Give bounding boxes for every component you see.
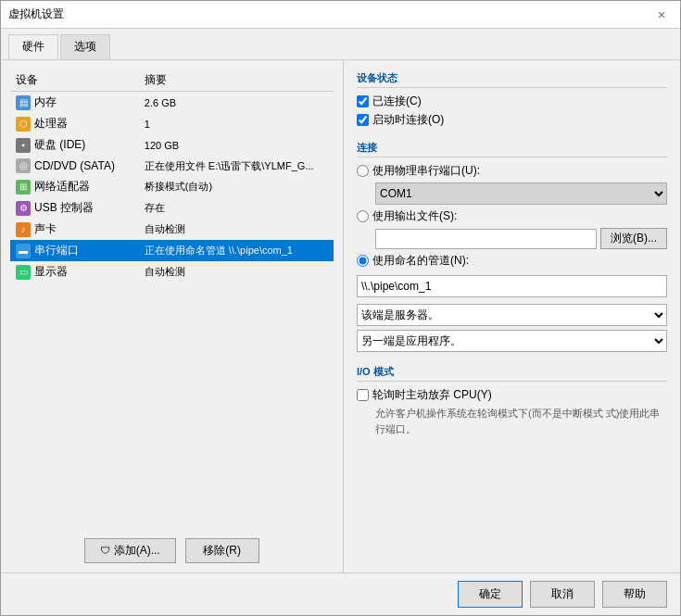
- output-file-radio-row: 使用输出文件(S):: [357, 208, 667, 224]
- device-summary-cell: 桥接模式(自动): [139, 176, 334, 197]
- device-name-cell: ▪硬盘 (IDE): [10, 134, 139, 156]
- title-bar-left: 虚拟机设置: [8, 6, 64, 22]
- io-section: I/O 模式 轮询时主动放弃 CPU(Y) 允许客户机操作系统在轮询模式下(而不…: [357, 365, 667, 436]
- output-file-label: 使用输出文件(S):: [372, 208, 457, 224]
- tab-options[interactable]: 选项: [60, 34, 110, 59]
- device-name: 网络适配器: [34, 180, 90, 193]
- title-bar: 虚拟机设置 ×: [1, 1, 680, 29]
- icon-cd: ◎: [16, 158, 31, 173]
- connection-title: 连接: [357, 141, 667, 157]
- device-summary-cell: 1: [139, 113, 334, 134]
- device-row[interactable]: ▪硬盘 (IDE)120 GB: [10, 134, 334, 156]
- output-file-row: 浏览(B)...: [357, 228, 667, 249]
- device-row[interactable]: ▤内存2.6 GB: [10, 92, 334, 114]
- icon-cpu: ⬡: [16, 117, 31, 132]
- named-pipe-input[interactable]: \\.\pipe\com_1: [357, 275, 667, 297]
- icon-mem: ▤: [16, 95, 31, 110]
- close-button[interactable]: ×: [650, 6, 673, 24]
- right-panel: 设备状态 已连接(C) 启动时连接(O) 连接 使用物理串行端口(U):: [344, 60, 680, 572]
- device-summary-cell: 120 GB: [139, 134, 334, 156]
- device-summary-cell: 自动检测: [139, 261, 334, 283]
- physical-port-radio-row: 使用物理串行端口(U):: [357, 163, 667, 179]
- device-name-cell: ▤内存: [10, 92, 139, 114]
- connected-label: 已连接(C): [372, 94, 422, 109]
- device-summary-cell: 自动检测: [139, 219, 334, 240]
- named-pipe-label: 使用命名的管道(N):: [372, 253, 469, 269]
- physical-port-select[interactable]: COM1: [375, 182, 667, 205]
- icon-sound: ♪: [16, 222, 31, 237]
- server-dropdown[interactable]: 该端是服务器。: [357, 304, 667, 326]
- device-name: 显示器: [34, 265, 68, 278]
- other-end-dropdown-row: 另一端是应用程序。: [357, 330, 667, 352]
- named-pipe-radio-row: 使用命名的管道(N):: [357, 253, 667, 269]
- device-summary-cell: 2.6 GB: [139, 92, 334, 114]
- device-table: 设备 摘要 ▤内存2.6 GB⬡处理器1▪硬盘 (IDE)120 GB◎CD/D…: [10, 69, 334, 529]
- device-row[interactable]: ♪声卡自动检测: [10, 219, 334, 240]
- device-row[interactable]: ▬串行端口正在使用命名管道 \\.\pipe\com_1: [10, 240, 334, 261]
- browse-button[interactable]: 浏览(B)...: [600, 228, 667, 249]
- device-name: CD/DVD (SATA): [34, 159, 115, 172]
- device-status-title: 设备状态: [357, 71, 667, 88]
- autoconnect-label: 启动时连接(O): [372, 112, 444, 128]
- device-name: USB 控制器: [34, 201, 94, 214]
- tabs-bar: 硬件 选项: [1, 29, 680, 60]
- device-name: 串行端口: [34, 244, 79, 257]
- device-name-cell: ♪声卡: [10, 219, 139, 240]
- io-poll-label: 轮询时主动放弃 CPU(Y): [372, 387, 492, 403]
- other-end-dropdown[interactable]: 另一端是应用程序。: [357, 330, 667, 352]
- help-button[interactable]: 帮助: [602, 581, 667, 608]
- device-name: 声卡: [34, 222, 57, 235]
- left-buttons: 🛡 添加(A)... 移除(R): [10, 529, 334, 563]
- device-status-section: 设备状态 已连接(C) 启动时连接(O): [357, 71, 667, 128]
- server-dropdown-row: 该端是服务器。: [357, 304, 667, 326]
- connection-section: 连接 使用物理串行端口(U): COM1 使用输出文件(S):: [357, 141, 667, 352]
- bottom-bar: 确定 取消 帮助: [1, 572, 680, 615]
- named-pipe-radio[interactable]: [357, 255, 369, 267]
- window-title: 虚拟机设置: [8, 6, 64, 22]
- io-title: I/O 模式: [357, 365, 667, 382]
- virtual-machine-settings-window: 虚拟机设置 × 硬件 选项 设备 摘要 ▤内存2.6 GB⬡处理器1▪硬盘 (I: [0, 0, 681, 616]
- output-file-radio[interactable]: [357, 210, 369, 222]
- connected-row: 已连接(C): [357, 94, 667, 109]
- device-summary-cell: 正在使用文件 E:\迅雷下载\YLMF_G...: [139, 156, 334, 176]
- icon-serial: ▬: [16, 244, 31, 258]
- device-name-cell: ▬串行端口: [10, 240, 139, 261]
- device-row[interactable]: ⚙USB 控制器存在: [10, 197, 334, 219]
- io-description: 允许客户机操作系统在轮询模式下(而不是中断模式 式)使用此串行端口。: [375, 406, 667, 436]
- io-poll-checkbox[interactable]: [357, 389, 369, 401]
- col-summary: 摘要: [139, 69, 334, 92]
- device-row[interactable]: ▭显示器自动检测: [10, 261, 334, 283]
- tab-hardware[interactable]: 硬件: [8, 34, 58, 59]
- device-summary-cell: 正在使用命名管道 \\.\pipe\com_1: [139, 240, 334, 261]
- device-name-cell: ⊞网络适配器: [10, 176, 139, 197]
- device-summary-cell: 存在: [139, 197, 334, 219]
- device-row[interactable]: ◎CD/DVD (SATA)正在使用文件 E:\迅雷下载\YLMF_G...: [10, 156, 334, 176]
- icon-usb: ⚙: [16, 201, 31, 216]
- add-button[interactable]: 🛡 添加(A)...: [84, 538, 175, 563]
- device-name: 内存: [34, 95, 57, 108]
- remove-button[interactable]: 移除(R): [185, 538, 259, 563]
- physical-port-label: 使用物理串行端口(U):: [372, 163, 480, 179]
- ok-button[interactable]: 确定: [458, 581, 523, 608]
- device-row[interactable]: ⊞网络适配器桥接模式(自动): [10, 176, 334, 197]
- device-name-cell: ⬡处理器: [10, 113, 139, 134]
- device-name-cell: ▭显示器: [10, 261, 139, 283]
- left-panel: 设备 摘要 ▤内存2.6 GB⬡处理器1▪硬盘 (IDE)120 GB◎CD/D…: [1, 60, 344, 572]
- icon-hdd: ▪: [16, 138, 31, 153]
- autoconnect-checkbox[interactable]: [357, 114, 369, 126]
- col-device: 设备: [10, 69, 139, 92]
- io-poll-row: 轮询时主动放弃 CPU(Y): [357, 387, 667, 403]
- device-name-cell: ◎CD/DVD (SATA): [10, 156, 139, 176]
- physical-port-radio[interactable]: [357, 165, 369, 177]
- autoconnect-row: 启动时连接(O): [357, 112, 667, 128]
- icon-net: ⊞: [16, 180, 31, 195]
- device-name: 处理器: [34, 117, 68, 130]
- icon-display: ▭: [16, 265, 31, 280]
- connected-checkbox[interactable]: [357, 95, 369, 107]
- cancel-button[interactable]: 取消: [530, 581, 595, 608]
- device-name: 硬盘 (IDE): [34, 138, 85, 151]
- main-content: 设备 摘要 ▤内存2.6 GB⬡处理器1▪硬盘 (IDE)120 GB◎CD/D…: [1, 60, 680, 572]
- device-name-cell: ⚙USB 控制器: [10, 197, 139, 219]
- device-row[interactable]: ⬡处理器1: [10, 113, 334, 134]
- output-file-input[interactable]: [375, 229, 597, 249]
